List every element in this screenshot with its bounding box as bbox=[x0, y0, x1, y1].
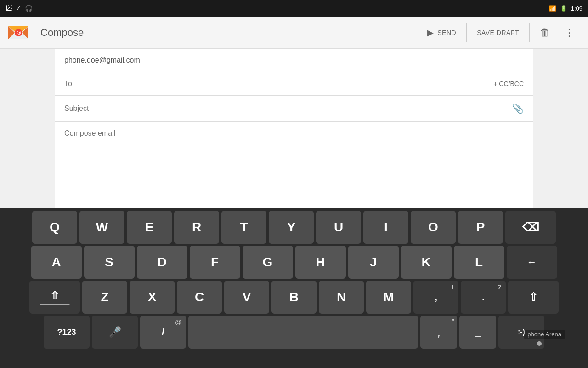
send-button[interactable]: ▶ SEND bbox=[419, 23, 464, 42]
wifi-icon: 📶 bbox=[549, 5, 556, 12]
key-comma-punct[interactable]: , ! bbox=[413, 281, 458, 314]
status-left-icons: 🖼 ✓ 🎧 bbox=[6, 5, 33, 12]
key-d[interactable]: D bbox=[137, 246, 187, 279]
key-dash[interactable]: _ bbox=[459, 316, 496, 349]
key-enter[interactable]: ← bbox=[507, 246, 557, 279]
subject-row: 📎 bbox=[55, 96, 533, 122]
body-row bbox=[55, 122, 533, 208]
key-shift-left[interactable]: ⇧ bbox=[29, 281, 80, 314]
headphones-icon: 🎧 bbox=[25, 5, 33, 12]
toolbar-actions: ▶ SEND SAVE DRAFT 🗑 ⋮ bbox=[419, 22, 581, 43]
key-c[interactable]: C bbox=[177, 281, 222, 314]
compose-title: Compose bbox=[40, 27, 412, 39]
save-draft-button[interactable]: SAVE DRAFT bbox=[469, 24, 527, 41]
key-l[interactable]: L bbox=[454, 246, 504, 279]
key-o[interactable]: O bbox=[411, 211, 456, 244]
trash-icon: 🗑 bbox=[540, 27, 550, 38]
key-backspace[interactable]: ⌫ bbox=[505, 211, 556, 244]
body-input[interactable] bbox=[64, 129, 524, 138]
question-sup: ? bbox=[497, 283, 501, 291]
key-a[interactable]: A bbox=[31, 246, 82, 279]
at-sup: @ bbox=[175, 318, 181, 326]
key-z[interactable]: Z bbox=[82, 281, 127, 314]
compose-form: phone.doe@gmail.com + CC/BCC 📎 bbox=[55, 49, 533, 208]
key-comma-bottom[interactable]: " ′ bbox=[420, 316, 457, 349]
time-display: 1:09 bbox=[571, 5, 582, 12]
app-logo: @ bbox=[7, 22, 29, 44]
key-num-symbols[interactable]: ?123 bbox=[44, 316, 90, 349]
key-period-punct[interactable]: . ? bbox=[461, 281, 506, 314]
key-g[interactable]: G bbox=[243, 246, 293, 279]
status-bar: 🖼 ✓ 🎧 📶 🔋 1:09 bbox=[0, 0, 588, 17]
from-row: phone.doe@gmail.com bbox=[55, 49, 533, 72]
keyboard: Q W E R T Y U I O P ⌫ A S D F G H J K L … bbox=[0, 208, 588, 368]
compose-area: phone.doe@gmail.com + CC/BCC 📎 bbox=[0, 49, 588, 208]
send-label: SEND bbox=[437, 29, 456, 36]
key-emoji[interactable]: :-) bbox=[498, 316, 544, 349]
attach-icon[interactable]: 📎 bbox=[512, 103, 524, 114]
image-icon: 🖼 bbox=[6, 5, 12, 12]
svg-text:@: @ bbox=[17, 30, 21, 35]
divider2 bbox=[529, 23, 530, 42]
send-icon: ▶ bbox=[427, 28, 434, 38]
keyboard-row-1: Q W E R T Y U I O P ⌫ bbox=[0, 211, 588, 244]
subject-input[interactable] bbox=[64, 104, 512, 113]
key-v[interactable]: V bbox=[224, 281, 269, 314]
key-n[interactable]: N bbox=[319, 281, 364, 314]
key-j[interactable]: J bbox=[348, 246, 399, 279]
delete-button[interactable]: 🗑 bbox=[531, 22, 558, 43]
divider bbox=[466, 23, 467, 42]
status-right-icons: 📶 🔋 1:09 bbox=[549, 5, 582, 12]
key-h[interactable]: H bbox=[295, 246, 346, 279]
key-k[interactable]: K bbox=[401, 246, 452, 279]
exclaim-sup: ! bbox=[452, 283, 454, 291]
key-microphone[interactable]: 🎤 bbox=[92, 316, 138, 349]
to-row: + CC/BCC bbox=[55, 72, 533, 96]
task-icon: ✓ bbox=[16, 5, 21, 12]
key-y[interactable]: Y bbox=[269, 211, 314, 244]
keyboard-row-2: A S D F G H J K L ← bbox=[0, 246, 588, 279]
save-draft-label: SAVE DRAFT bbox=[477, 29, 519, 36]
key-u[interactable]: U bbox=[316, 211, 361, 244]
more-options-button[interactable]: ⋮ bbox=[558, 23, 581, 43]
from-email: phone.doe@gmail.com bbox=[64, 56, 140, 64]
key-w[interactable]: W bbox=[79, 211, 124, 244]
key-r[interactable]: R bbox=[174, 211, 219, 244]
key-slash[interactable]: / @ bbox=[140, 316, 186, 349]
key-p[interactable]: P bbox=[458, 211, 503, 244]
key-f[interactable]: F bbox=[190, 246, 240, 279]
keyboard-row-3: ⇧ Z X C V B N M , ! . ? ⇧ bbox=[0, 281, 588, 314]
to-input[interactable] bbox=[64, 80, 493, 88]
key-m[interactable]: M bbox=[366, 281, 411, 314]
key-e[interactable]: E bbox=[127, 211, 172, 244]
key-t[interactable]: T bbox=[221, 211, 266, 244]
cc-bcc-button[interactable]: + CC/BCC bbox=[493, 80, 524, 87]
key-space[interactable] bbox=[188, 316, 418, 349]
app-bar: @ Compose ▶ SEND SAVE DRAFT 🗑 ⋮ bbox=[0, 17, 588, 49]
key-shift-right[interactable]: ⇧ bbox=[508, 281, 559, 314]
key-q[interactable]: Q bbox=[32, 211, 77, 244]
keyboard-row-4: ?123 🎤 / @ " ′ _ :-) bbox=[0, 316, 588, 349]
battery-icon: 🔋 bbox=[560, 5, 567, 12]
key-i[interactable]: I bbox=[363, 211, 408, 244]
key-x[interactable]: X bbox=[130, 281, 175, 314]
key-b[interactable]: B bbox=[271, 281, 317, 314]
key-s[interactable]: S bbox=[84, 246, 135, 279]
